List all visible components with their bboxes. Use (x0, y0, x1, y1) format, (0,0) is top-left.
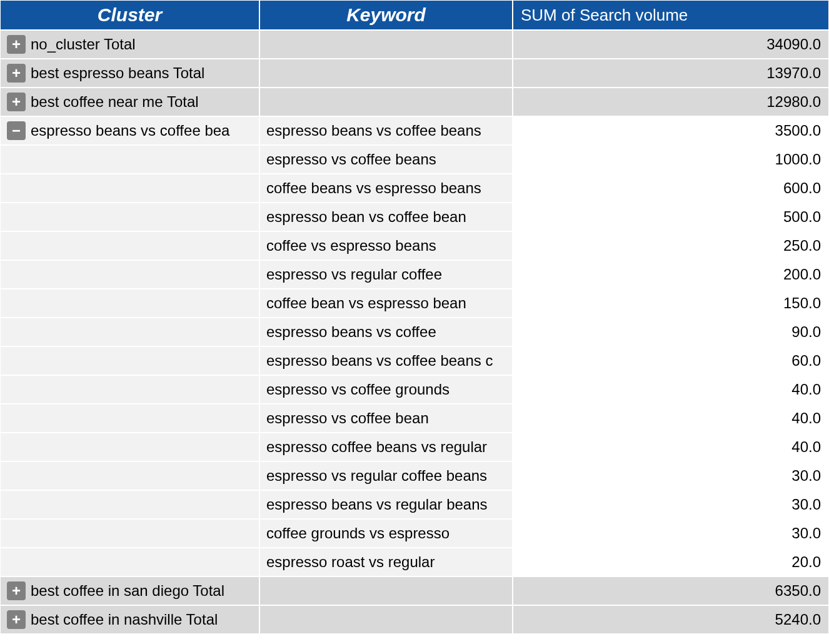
column-header-keyword[interactable]: Keyword (259, 0, 513, 30)
keyword-cell (259, 59, 513, 88)
toggle-spacer (7, 294, 26, 313)
toggle-spacer (7, 351, 26, 370)
cluster-cell (0, 231, 259, 260)
keyword-cell: coffee grounds vs espresso (259, 519, 513, 548)
table-row: espresso bean vs coffee bean500.0 (0, 203, 829, 231)
cluster-cell (0, 519, 259, 548)
expand-icon[interactable]: + (7, 93, 26, 111)
table-row: espresso coffee beans vs regular40.0 (0, 433, 829, 461)
collapse-icon[interactable]: − (7, 121, 26, 140)
toggle-spacer (7, 323, 26, 341)
cluster-cell (0, 375, 259, 404)
table-row: +best espresso beans Total13970.0 (0, 59, 829, 88)
volume-cell: 40.0 (513, 375, 829, 404)
cluster-cell (0, 404, 259, 433)
cluster-label: no_cluster Total (31, 36, 253, 53)
keyword-cell (259, 30, 513, 59)
table-row: espresso vs regular coffee200.0 (0, 260, 829, 289)
toggle-spacer (7, 409, 26, 428)
volume-cell: 5240.0 (513, 605, 829, 634)
keyword-cell: espresso vs coffee grounds (259, 375, 513, 404)
cluster-label: best coffee near me Total (31, 93, 253, 111)
cluster-cell (0, 548, 259, 576)
pivot-table: Cluster Keyword SUM of Search volume +no… (0, 0, 829, 634)
cluster-cell: +best espresso beans Total (0, 59, 259, 88)
cluster-cell: +best coffee in nashville Total (0, 605, 259, 634)
expand-icon[interactable]: + (7, 64, 26, 83)
toggle-spacer (7, 553, 26, 571)
toggle-spacer (7, 179, 26, 198)
cluster-cell (0, 260, 259, 289)
keyword-cell: espresso coffee beans vs regular (259, 433, 513, 461)
cluster-cell (0, 490, 259, 519)
volume-cell: 40.0 (513, 433, 829, 461)
cluster-label: best espresso beans Total (31, 64, 253, 82)
keyword-cell: espresso bean vs coffee bean (259, 203, 513, 231)
expand-icon[interactable]: + (7, 581, 26, 600)
keyword-cell: espresso vs coffee beans (259, 145, 513, 174)
table-row: −espresso beans vs coffee beaespresso be… (0, 116, 829, 145)
toggle-spacer (7, 208, 26, 226)
cluster-cell: +best coffee in san diego Total (0, 576, 259, 605)
toggle-spacer (7, 438, 26, 456)
table-row: +no_cluster Total34090.0 (0, 30, 829, 59)
keyword-cell: coffee bean vs espresso bean (259, 289, 513, 318)
volume-cell: 250.0 (513, 231, 829, 260)
table-row: espresso vs coffee grounds40.0 (0, 375, 829, 404)
column-header-cluster[interactable]: Cluster (0, 0, 259, 30)
cluster-cell (0, 461, 259, 490)
table-row: espresso beans vs coffee beans c60.0 (0, 346, 829, 375)
column-header-volume[interactable]: SUM of Search volume (513, 0, 829, 30)
toggle-spacer (7, 524, 26, 543)
toggle-spacer (7, 380, 26, 399)
volume-cell: 6350.0 (513, 576, 829, 605)
keyword-cell: espresso beans vs coffee beans (259, 116, 513, 145)
toggle-spacer (7, 495, 26, 514)
toggle-spacer (7, 150, 26, 169)
cluster-cell (0, 289, 259, 318)
volume-cell: 34090.0 (513, 30, 829, 59)
cluster-cell (0, 203, 259, 231)
keyword-cell: espresso vs regular coffee beans (259, 461, 513, 490)
volume-cell: 30.0 (513, 490, 829, 519)
table-row: +best coffee in nashville Total5240.0 (0, 605, 829, 634)
cluster-cell (0, 433, 259, 461)
keyword-cell: espresso beans vs coffee (259, 318, 513, 346)
table-row: +best coffee near me Total12980.0 (0, 88, 829, 116)
table-row: espresso roast vs regular20.0 (0, 548, 829, 576)
keyword-cell: espresso beans vs regular beans (259, 490, 513, 519)
expand-icon[interactable]: + (7, 610, 26, 629)
volume-cell: 60.0 (513, 346, 829, 375)
table-row: +best coffee in san diego Total6350.0 (0, 576, 829, 605)
keyword-cell (259, 576, 513, 605)
volume-cell: 13970.0 (513, 59, 829, 88)
table-row: coffee grounds vs espresso30.0 (0, 519, 829, 548)
keyword-cell (259, 88, 513, 116)
volume-cell: 500.0 (513, 203, 829, 231)
volume-cell: 1000.0 (513, 145, 829, 174)
cluster-cell (0, 318, 259, 346)
volume-cell: 20.0 (513, 548, 829, 576)
volume-cell: 12980.0 (513, 88, 829, 116)
cluster-label: best coffee in nashville Total (31, 611, 253, 628)
keyword-cell (259, 605, 513, 634)
cluster-cell (0, 145, 259, 174)
keyword-cell: espresso vs regular coffee (259, 260, 513, 289)
expand-icon[interactable]: + (7, 35, 26, 54)
cluster-cell: +no_cluster Total (0, 30, 259, 59)
keyword-cell: espresso vs coffee bean (259, 404, 513, 433)
cluster-label: best coffee in san diego Total (31, 582, 253, 600)
volume-cell: 30.0 (513, 519, 829, 548)
keyword-cell: espresso beans vs coffee beans c (259, 346, 513, 375)
cluster-cell (0, 174, 259, 203)
toggle-spacer (7, 265, 26, 284)
table-row: coffee bean vs espresso bean150.0 (0, 289, 829, 318)
table-row: espresso vs coffee beans1000.0 (0, 145, 829, 174)
table-row: espresso beans vs coffee90.0 (0, 318, 829, 346)
volume-cell: 600.0 (513, 174, 829, 203)
keyword-cell: coffee vs espresso beans (259, 231, 513, 260)
header-row: Cluster Keyword SUM of Search volume (0, 0, 829, 30)
table-row: espresso vs coffee bean40.0 (0, 404, 829, 433)
table-row: espresso vs regular coffee beans30.0 (0, 461, 829, 490)
keyword-cell: espresso roast vs regular (259, 548, 513, 576)
